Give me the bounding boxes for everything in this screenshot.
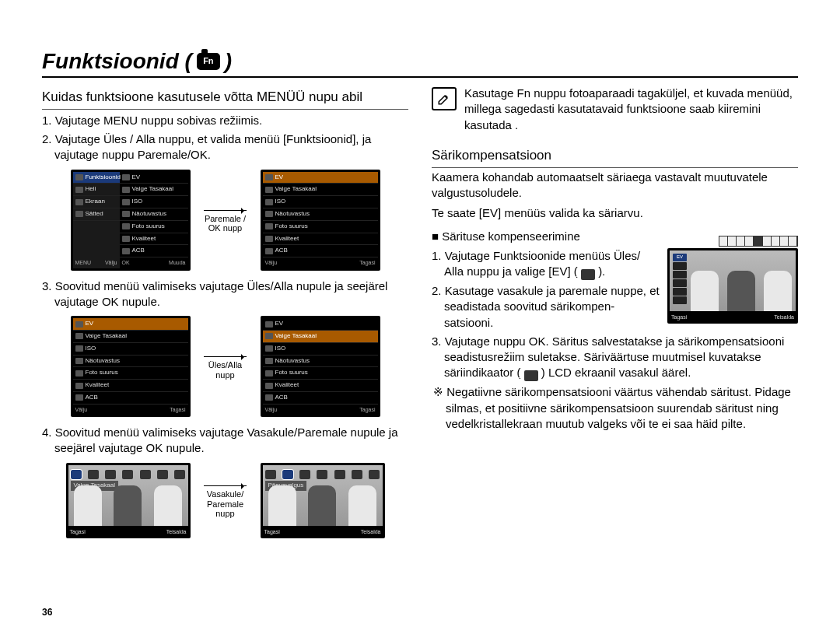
figure-row-3: Valge Tasakaal TagasiTeisalda Vasakule/ … xyxy=(42,463,408,538)
menu-left-satted: Sätted xyxy=(86,210,103,219)
right-column: Kasutage Fn nuppu fotoaparaadi tagakülje… xyxy=(432,86,798,546)
menu3-ev: EV xyxy=(86,320,94,328)
menu4-size: Foto suurus xyxy=(275,369,308,377)
menu2-foot-exit: Välju xyxy=(265,259,278,266)
arrow-1: Paremale / OK nupp xyxy=(198,207,253,233)
right-s1a: 1. Vajutage Funktsioonide menüüs Üles/ A… xyxy=(432,249,640,278)
step-3: 3. Soovitud menüü valimiseks vajutage Ül… xyxy=(54,278,408,310)
photo-screen-2: Päevavalgus TagasiTeisalda xyxy=(261,463,385,538)
arrow-3-label: Vasakule/ Paremale nupp xyxy=(198,489,253,519)
menu2-foot-back: Tagasi xyxy=(359,259,375,266)
photo2-back: Tagasi xyxy=(264,528,280,535)
note-box: Kasutage Fn nuppu fotoaparaadi tagakülje… xyxy=(432,86,798,133)
arrow-1-label: Paremale / OK nupp xyxy=(198,214,253,233)
menu2-face: Näotuvastus xyxy=(275,210,310,219)
menu4-wb: Valge Tasakaal xyxy=(275,332,317,341)
menu2-acb: ACB xyxy=(275,247,288,255)
step-4: 4. Soovitud menüü valimiseks vajutage Va… xyxy=(54,425,408,457)
menu-foot-exit: Välju xyxy=(105,259,117,266)
menu-badge: MENU xyxy=(75,259,92,266)
camera-fn-icon: Fn xyxy=(197,53,220,70)
evfig-back: Tagasi xyxy=(671,313,687,321)
menu3-quality: Kvaliteet xyxy=(86,381,110,390)
menu2-ev: EV xyxy=(275,173,284,182)
menu3-iso: ISO xyxy=(86,345,96,353)
menu-right-acb: ACB xyxy=(132,247,145,255)
figure-row-1: Funktsioonid Heli Ekraan Sätted MENUVälj… xyxy=(42,170,408,271)
ev-strip-ev: EV xyxy=(673,254,687,261)
evfig-move: Teisalda xyxy=(774,313,794,321)
arrow-2: Üles/Alla nupp xyxy=(198,353,253,380)
menu3-foot-back: Tagasi xyxy=(170,406,185,413)
title-underline xyxy=(42,76,798,78)
photo1-back: Tagasi xyxy=(70,528,86,535)
asterisk-marker: ※ xyxy=(433,385,446,398)
right-heading: Särikompensatsioon xyxy=(432,147,798,168)
photo1-move: Teisalda xyxy=(166,528,187,535)
menu4-ev: EV xyxy=(275,320,284,328)
title-text-1: Funktsioonid ( xyxy=(42,47,192,76)
photo2-move: Teisalda xyxy=(361,528,381,535)
step-2: 2. Vajutage Üles / Alla nuppu, et valida… xyxy=(54,131,408,163)
ev-indicator-icon: ± xyxy=(524,370,538,381)
menu-right-wb: Valge Tasakaal xyxy=(132,185,174,194)
figure-row-2: EV Valge Tasakaal ISO Näotuvastus Foto s… xyxy=(42,316,408,417)
menu3-face: Näotuvastus xyxy=(86,357,120,366)
right-s1b: ). xyxy=(598,264,605,278)
menu-right-size: Foto suurus xyxy=(132,222,165,231)
menu2-iso: ISO xyxy=(275,198,286,206)
photo-screen-1: Valge Tasakaal TagasiTeisalda xyxy=(66,463,191,538)
menu3-acb: ACB xyxy=(86,394,98,402)
note-text: Kasutage Fn nuppu fotoaparaadi tagakülje… xyxy=(464,86,798,133)
right-p2: Te saate [EV] menüüs valida ka säriarvu. xyxy=(432,205,798,221)
menu4-iso: ISO xyxy=(275,345,286,353)
menu-foot-change: Muuda xyxy=(169,259,185,266)
menu-left-ekraan: Ekraan xyxy=(86,198,105,206)
arrow-3: Vasakule/ Paremale nupp xyxy=(198,482,253,519)
menu3-foot-exit: Välju xyxy=(75,406,88,413)
menu-right-quality: Kvaliteet xyxy=(132,235,156,243)
menu4-foot-exit: Välju xyxy=(265,406,278,413)
menu-screen-1: Funktsioonid Heli Ekraan Sätted MENUVälj… xyxy=(71,170,191,271)
menu-right-face: Näotuvastus xyxy=(132,210,166,219)
menu4-quality: Kvaliteet xyxy=(275,381,299,390)
menu2-quality: Kvaliteet xyxy=(275,235,299,243)
menu4-acb: ACB xyxy=(275,394,288,402)
menu4-face: Näotuvastus xyxy=(275,357,310,366)
right-step-3: 3. Vajutage nuppu OK. Säritus salves­tat… xyxy=(444,334,798,382)
menu-right-ev: EV xyxy=(132,173,141,182)
step-1: 1. Vajutage MENU nuppu sobivas režiimis. xyxy=(54,113,408,128)
menu-left-heli: Heli xyxy=(86,185,96,194)
pencil-icon xyxy=(432,87,457,110)
arrow-2-label: Üles/Alla nupp xyxy=(198,360,253,380)
menu2-size: Foto suurus xyxy=(275,222,308,231)
right-p1: Kaamera kohandab automaatselt säriaega v… xyxy=(432,170,798,201)
title-text-2: ) xyxy=(225,47,232,76)
right-s3b: ) LCD ekraanil vasakul äärel. xyxy=(541,366,691,379)
asterisk-text: Negatiivne särikompensatsiooni väärtus v… xyxy=(446,385,791,430)
page-number: 36 xyxy=(42,606,52,618)
asterisk-note: ※ Negatiivne särikompensatsiooni väärtus… xyxy=(432,384,798,432)
menu-left-funktsioonid: Funktsioonid xyxy=(86,173,121,182)
ok-badge: OK xyxy=(122,259,130,266)
menu-screen-3: EV Valge Tasakaal ISO Näotuvastus Foto s… xyxy=(71,316,191,417)
ev-figure: EV TagasiTeisalda xyxy=(667,248,798,324)
menu-screen-2: EV Valge Tasakaal ISO Näotuvastus Foto s… xyxy=(261,170,380,271)
ev-inline-icon: ± xyxy=(581,269,595,280)
menu2-wb: Valge Tasakaal xyxy=(275,185,317,194)
menu-screen-4: EV Valge Tasakaal ISO Näotuvastus Foto s… xyxy=(261,316,380,417)
left-column: Kuidas funktsioone kasutusele võtta MENÜ… xyxy=(42,86,408,546)
menu3-size: Foto suurus xyxy=(86,369,118,377)
menu-right-iso: ISO xyxy=(132,198,143,206)
menu3-wb: Valge Tasakaal xyxy=(86,332,128,341)
ev-ruler-icon xyxy=(719,236,798,247)
page-title: Funktsioonid ( Fn ) xyxy=(42,47,232,76)
menu4-foot-back: Tagasi xyxy=(359,406,375,413)
left-heading: Kuidas funktsioone kasutusele võtta MENÜ… xyxy=(42,89,408,110)
